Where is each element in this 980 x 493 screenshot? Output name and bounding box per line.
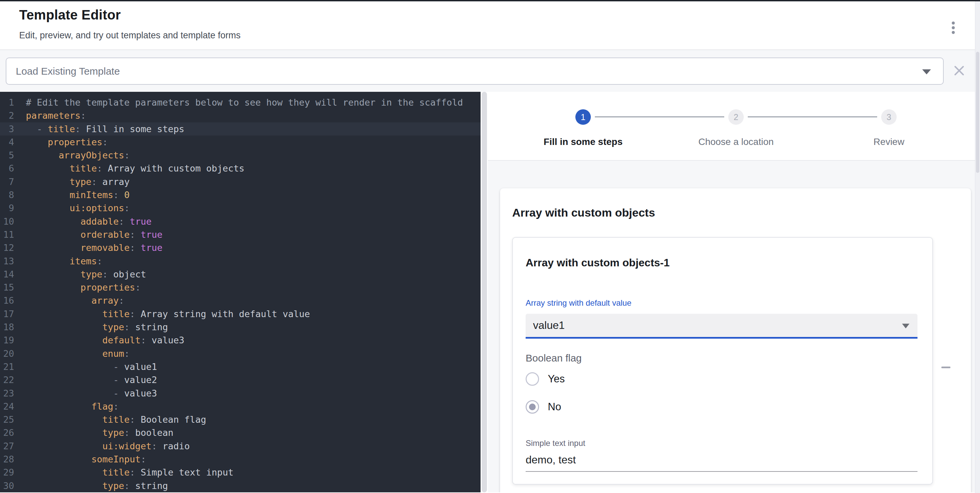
line-number: 15 (0, 281, 14, 294)
radio-option-yes[interactable]: Yes (526, 372, 918, 386)
close-icon (952, 64, 966, 78)
load-existing-template-select[interactable]: Load Existing Template (6, 57, 944, 85)
line-number: 14 (0, 268, 14, 281)
editor-preview-split: 1# Edit the template parameters below to… (0, 92, 980, 492)
array-item-row: Array with custom objects-1 Array string… (512, 237, 959, 485)
page-header: Template Editor Edit, preview, and try o… (0, 2, 980, 50)
line-number: 16 (0, 294, 14, 307)
code-line[interactable]: 24 flag: (0, 400, 480, 413)
code-text: title: Simple text input (26, 466, 234, 479)
array-section-title: Array with custom objects (512, 205, 959, 220)
line-number: 25 (0, 413, 14, 426)
caret-down-icon (902, 324, 909, 328)
scrollbar-thumb[interactable] (976, 52, 979, 173)
code-text: ui:options: (26, 201, 130, 215)
code-text: - value1 (26, 360, 157, 373)
kebab-menu-icon (952, 22, 955, 24)
code-line[interactable]: 17 title: Array string with default valu… (0, 307, 480, 321)
code-line[interactable]: 4 properties: (0, 136, 480, 148)
radio-selected-icon (526, 400, 539, 414)
template-editor-page: Template Editor Edit, preview, and try o… (0, 0, 980, 493)
step-3-label: Review (873, 137, 904, 147)
page-title: Template Editor (19, 7, 121, 22)
code-text: title: Array string with default value (26, 307, 310, 321)
code-text: - value2 (26, 373, 157, 386)
code-text: items: (26, 255, 102, 268)
step-1-circle: 1 (575, 109, 591, 125)
line-number: 17 (0, 307, 14, 321)
code-line[interactable]: 30 type: string (0, 479, 480, 492)
split-divider[interactable] (480, 92, 488, 492)
code-line[interactable]: 26 type: boolean (0, 426, 480, 439)
code-text: ui:widget: radio (26, 440, 190, 453)
code-line[interactable]: 9 ui:options: (0, 201, 480, 215)
code-line[interactable]: 19 default: value3 (0, 333, 480, 347)
code-text: type: boolean (26, 426, 173, 439)
code-line[interactable]: 28 someInput: (0, 453, 480, 466)
code-line[interactable]: 20 enum: (0, 347, 480, 360)
code-line[interactable]: 29 title: Simple text input (0, 466, 480, 479)
code-line[interactable]: 27 ui:widget: radio (0, 440, 480, 453)
step-number: 1 (581, 112, 585, 122)
line-number: 24 (0, 400, 14, 413)
code-line[interactable]: 18 type: string (0, 321, 480, 333)
line-number: 3 (0, 123, 14, 136)
more-options-button[interactable] (946, 18, 961, 37)
code-line[interactable]: 22 - value2 (0, 373, 480, 386)
line-number: 18 (0, 321, 14, 333)
code-line[interactable]: 7 type: array (0, 175, 480, 188)
line-number: 10 (0, 215, 14, 228)
code-line[interactable]: 13 items: (0, 255, 480, 268)
page-scrollbar[interactable] (975, 2, 980, 493)
text-field-label: Simple text input (526, 439, 918, 448)
line-number: 26 (0, 426, 14, 439)
code-line[interactable]: 3 - title: Fill in some steps (0, 123, 480, 136)
page-subtitle: Edit, preview, and try out templates and… (19, 30, 241, 41)
code-text: minItems: 0 (26, 188, 130, 201)
code-line[interactable]: 2parameters: (0, 109, 480, 122)
code-line[interactable]: 10 addable: true (0, 215, 480, 228)
line-number: 27 (0, 440, 14, 453)
form-content: Array with custom objects Array with cus… (488, 161, 980, 492)
step-2-circle: 2 (728, 109, 744, 125)
radio-option-label: Yes (548, 373, 565, 385)
wizard-stepper: 1 2 3 Fill in some steps Choose a locati… (488, 92, 980, 161)
code-line[interactable]: 8 minItems: 0 (0, 188, 480, 201)
line-number: 12 (0, 241, 14, 254)
code-line[interactable]: 5 arrayObjects: (0, 148, 480, 162)
code-line[interactable]: 15 properties: (0, 281, 480, 294)
code-line[interactable]: 6 title: Array with custom objects (0, 162, 480, 175)
step-1-label: Fill in some steps (544, 137, 623, 147)
line-number: 2 (0, 109, 14, 122)
code-line[interactable]: 16 array: (0, 294, 480, 307)
code-line[interactable]: 12 removable: true (0, 241, 480, 254)
select-field-label: Array string with default value (526, 298, 918, 308)
simple-text-input[interactable]: demo, test (526, 453, 918, 472)
line-number: 13 (0, 255, 14, 268)
clear-selection-button[interactable] (951, 62, 967, 80)
yaml-code-editor[interactable]: 1# Edit the template parameters below to… (0, 92, 480, 492)
caret-down-icon (922, 69, 931, 74)
code-line[interactable]: 14 type: object (0, 268, 480, 281)
code-line[interactable]: 1# Edit the template parameters below to… (0, 96, 480, 109)
line-number: 7 (0, 175, 14, 188)
code-text: type: object (26, 268, 146, 281)
code-lines: 1# Edit the template parameters below to… (0, 96, 480, 492)
step-connector (748, 116, 877, 117)
remove-item-button[interactable] (939, 361, 953, 374)
code-text: orderable: true (26, 228, 162, 241)
code-line[interactable]: 23 - value3 (0, 387, 480, 400)
code-line[interactable]: 25 title: Boolean flag (0, 413, 480, 426)
code-text: properties: (26, 136, 108, 148)
load-select-placeholder: Load Existing Template (16, 65, 120, 77)
divider-handle-icon (482, 92, 487, 492)
code-line[interactable]: 21 - value1 (0, 360, 480, 373)
code-text: arrayObjects: (26, 148, 130, 162)
line-number: 6 (0, 162, 14, 175)
radio-option-no[interactable]: No (526, 399, 918, 414)
line-number: 21 (0, 360, 14, 373)
array-string-select[interactable]: value1 (526, 314, 918, 339)
code-line[interactable]: 11 orderable: true (0, 228, 480, 241)
step-3-circle: 3 (881, 109, 897, 125)
kebab-menu-icon (952, 26, 955, 29)
